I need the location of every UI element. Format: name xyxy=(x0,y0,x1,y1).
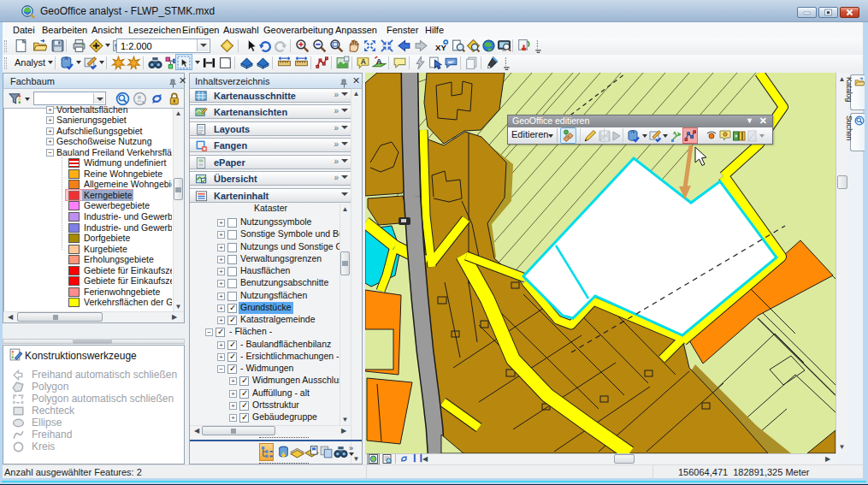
svg-text:i: i xyxy=(632,130,633,135)
svg-text:A: A xyxy=(361,57,366,66)
svg-text:i: i xyxy=(65,57,66,62)
